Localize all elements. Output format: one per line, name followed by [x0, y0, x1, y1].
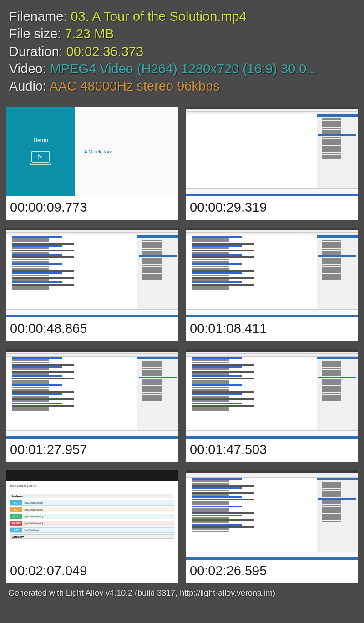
thumbnail-image — [186, 228, 358, 317]
filename-value: 03. A Tour of the Solution.mp4 — [71, 9, 246, 24]
filesize-label: File size: — [9, 26, 65, 41]
audio-value: AAC 48000Hz stereo 96kbps — [50, 79, 220, 93]
swagger-endpoint: GET /api/v1/address/{id} — [10, 500, 174, 506]
endpoint-path: /api/v1/address — [22, 529, 39, 531]
ide-screenshot — [186, 107, 358, 196]
ide-screenshot — [186, 470, 358, 560]
thumbnail-image: Demo A Quick Tour — [6, 107, 178, 196]
thumbnail-timestamp: 00:00:09.773 — [6, 196, 178, 220]
endpoint-path: /api/v1/address/{id} — [22, 522, 43, 525]
video-row: Video: MPEG4 Video (H264) 1280x720 (16:9… — [9, 61, 355, 77]
footer-text: Generated with Light Alloy v4.10.2 (buil… — [0, 583, 364, 603]
thumbnail-timestamp: 00:01:27.957 — [6, 439, 178, 462]
duration-row: Duration: 00:02:36.373 — [9, 43, 355, 60]
thumbnail-image — [186, 349, 358, 439]
demo-subtitle: A Quick Tour — [84, 149, 112, 154]
thumbnail-image — [6, 228, 178, 317]
swagger-intro: This is a sample Store API — [10, 485, 174, 494]
filesize-row: File size: 7.23 MB — [9, 26, 355, 42]
duration-value: 00:02:36.373 — [66, 44, 143, 59]
thumbnail-image — [186, 470, 358, 560]
http-method-badge: GET — [10, 500, 22, 505]
thumbnail-card: 00:00:48.865 — [6, 228, 178, 341]
http-method-badge: GET — [10, 528, 22, 532]
swagger-screenshot: This is a sample Store API Address GET /… — [6, 470, 178, 560]
thumbnail-grid: Demo A Quick Tour 00:00:09.773 00:00:29.… — [0, 100, 364, 583]
swagger-endpoint: POST /api/v1/address/{id} — [10, 514, 174, 519]
thumbnail-card: 00:01:27.957 — [6, 349, 178, 462]
swagger-endpoint: GET /api/v1/address — [10, 527, 174, 533]
video-label: Video: — [9, 61, 50, 76]
thumbnail-image — [6, 349, 178, 439]
http-method-badge: PUT — [10, 507, 22, 512]
endpoint-path: /api/v1/address/{id} — [22, 501, 43, 504]
audio-label: Audio: — [9, 79, 50, 93]
swagger-section-heading: Address — [10, 494, 174, 498]
thumbnail-card: 00:00:29.319 — [186, 107, 358, 220]
endpoint-path: /api/v1/address/{id} — [22, 508, 43, 511]
ide-screenshot — [6, 349, 178, 439]
thumbnail-timestamp: 00:00:29.319 — [186, 196, 358, 220]
thumbnail-timestamp: 00:02:07.049 — [6, 560, 178, 583]
thumbnail-timestamp: 00:02:26.595 — [186, 560, 358, 583]
swagger-endpoint: PUT /api/v1/address/{id} — [10, 507, 174, 512]
duration-label: Duration: — [9, 44, 66, 59]
thumbnail-card: 00:02:26.595 — [186, 470, 358, 583]
thumbnail-card: This is a sample Store API Address GET /… — [6, 470, 178, 583]
thumbnail-timestamp: 00:01:08.411 — [186, 317, 358, 341]
thumbnail-image — [186, 107, 358, 196]
swagger-endpoint: DELETE /api/v1/address/{id} — [10, 521, 174, 526]
thumbnail-timestamp: 00:00:48.865 — [6, 317, 178, 341]
filesize-value: 7.23 MB — [65, 26, 114, 41]
demo-title: Demo — [33, 137, 48, 143]
video-value: MPEG4 Video (H264) 1280x720 (16:9) 30.0.… — [50, 61, 318, 76]
audio-row: Audio: AAC 48000Hz stereo 96kbps — [9, 78, 355, 94]
ide-screenshot — [186, 349, 358, 439]
svg-rect-0 — [32, 151, 49, 162]
filename-row: Filename: 03. A Tour of the Solution.mp4 — [9, 8, 355, 25]
endpoint-path: /api/v1/address/{id} — [22, 515, 43, 518]
swagger-section-heading: Category — [10, 534, 174, 539]
http-method-badge: POST — [10, 514, 22, 519]
filename-label: Filename: — [9, 9, 71, 24]
metadata-panel: Filename: 03. A Tour of the Solution.mp4… — [0, 0, 364, 100]
http-method-badge: DELETE — [10, 521, 22, 526]
ide-screenshot — [6, 228, 178, 317]
thumbnail-card: 00:01:08.411 — [186, 228, 358, 341]
laptop-icon — [29, 150, 52, 166]
thumbnail-card: Demo A Quick Tour 00:00:09.773 — [6, 107, 178, 220]
thumbnail-image: This is a sample Store API Address GET /… — [6, 470, 178, 560]
ide-screenshot — [186, 228, 358, 317]
demo-slide: Demo A Quick Tour — [6, 107, 178, 196]
thumbnail-card: 00:01:47.503 — [186, 349, 358, 462]
thumbnail-timestamp: 00:01:47.503 — [186, 439, 358, 462]
